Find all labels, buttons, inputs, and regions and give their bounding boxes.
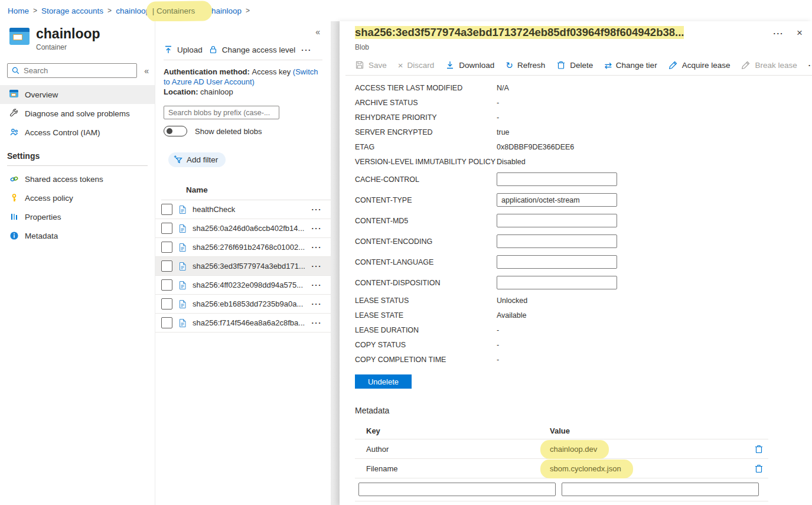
download-button[interactable]: Download (445, 60, 494, 70)
content-md5-input[interactable] (497, 214, 617, 227)
delete-button[interactable]: Delete (556, 60, 593, 70)
toolbar-more-button[interactable]: ··· (301, 45, 312, 54)
property-value: N/A (497, 84, 509, 92)
name-column-header[interactable]: Name (186, 185, 331, 194)
blob-detail-blade: sha256:3ed3f577974a3ebd1713724eb85df0396… (340, 21, 812, 505)
content-disposition-input[interactable] (497, 276, 617, 289)
content-type-input[interactable] (497, 193, 617, 207)
delete-metadata-icon[interactable] (755, 444, 763, 454)
change-access-level-button[interactable]: Change access level (208, 45, 296, 54)
sidebar-item-label: Overview (25, 90, 58, 99)
upload-label: Upload (177, 45, 203, 54)
new-metadata-value-input[interactable] (562, 483, 759, 496)
row-checkbox[interactable] (161, 298, 172, 309)
property-field-row: CACHE-CONTROL (355, 169, 812, 190)
blob-name[interactable]: sha256:eb16853dd7235b9a0a... (193, 299, 306, 308)
row-more-button[interactable]: ··· (312, 262, 331, 271)
pane-collapse-icon[interactable]: « (315, 27, 320, 37)
discard-label: Discard (407, 61, 435, 70)
add-filter-button[interactable]: Add filter (168, 152, 226, 167)
blob-row-selected[interactable]: sha256:3ed3f577974a3ebd171... ··· (155, 257, 331, 276)
sidebar-item-shared-access-tokens[interactable]: Shared access tokens (0, 170, 155, 188)
property-label: VERSION-LEVEL IMMUTABILITY POLICY (355, 158, 497, 166)
property-row: ARCHIVE STATUS - (355, 95, 812, 110)
break-lease-button[interactable]: Break lease (741, 60, 797, 70)
blade-toolbar-more-button[interactable]: ··· (808, 61, 812, 70)
sidebar-item-access-policy[interactable]: Access policy (0, 188, 155, 207)
row-checkbox[interactable] (161, 204, 172, 215)
save-button[interactable]: Save (355, 60, 387, 70)
metadata-row: Author chainloop.dev (355, 439, 768, 458)
breadcrumb-account-containers[interactable]: chainloop | Containers (116, 6, 195, 15)
change-tier-button[interactable]: ⇄ Change tier (604, 61, 657, 70)
row-more-button[interactable]: ··· (312, 318, 331, 327)
row-checkbox[interactable] (161, 223, 172, 234)
metadata-value-highlighted: sbom.cyclonedx.json (550, 464, 621, 473)
breadcrumb-separator: > (107, 6, 112, 15)
location-value: chainloop (200, 87, 233, 96)
blob-name[interactable]: sha256:f714f546ea8a6a2c8fba... (193, 318, 306, 327)
blob-row[interactable]: healthCheck ··· (155, 200, 331, 219)
discard-button[interactable]: × Discard (398, 61, 435, 70)
file-icon (178, 205, 187, 214)
row-more-button[interactable]: ··· (312, 299, 331, 308)
sidebar-divider (7, 165, 148, 166)
upload-button[interactable]: Upload (164, 45, 203, 54)
blob-name[interactable]: sha256:276f691b24768c01002... (193, 243, 306, 252)
property-label: CONTENT-DISPOSITION (355, 279, 497, 287)
container-sidebar: chainloop Container « Overview Diagnose … (0, 21, 155, 505)
content-encoding-input[interactable] (497, 234, 617, 248)
sidebar-item-label: Access Control (IAM) (25, 128, 100, 137)
row-more-button[interactable]: ··· (312, 243, 331, 252)
sidebar-search (7, 63, 137, 78)
change-tier-label: Change tier (616, 61, 657, 70)
row-checkbox[interactable] (161, 279, 172, 291)
delete-metadata-icon[interactable] (755, 464, 763, 473)
new-metadata-key-input[interactable] (358, 483, 556, 496)
acquire-lease-button[interactable]: Acquire lease (668, 60, 731, 70)
sidebar-item-access-control[interactable]: Access Control (IAM) (0, 123, 155, 142)
delete-icon (556, 60, 566, 70)
property-field-row: CONTENT-DISPOSITION (355, 272, 812, 293)
close-icon[interactable]: × (797, 28, 803, 38)
sidebar-search-input[interactable] (7, 63, 137, 78)
property-value: - (497, 356, 499, 364)
breadcrumb-storage-accounts[interactable]: Storage accounts (41, 6, 103, 15)
undelete-button[interactable]: Undelete (355, 374, 412, 389)
blob-list-pane: « Upload Change access level ··· Authent… (155, 21, 331, 505)
blade-header: sha256:3ed3f577974a3ebd1713724eb85df0396… (340, 21, 812, 39)
refresh-button[interactable]: ↻ Refresh (506, 61, 545, 70)
blob-row[interactable]: sha256:0a246d0a6ccb402fb14... ··· (155, 219, 331, 238)
blob-list-toolbar: Upload Change access level ··· (155, 37, 331, 60)
breadcrumb-containers-highlighted: | Containers (152, 6, 195, 15)
sidebar-item-diagnose[interactable]: Diagnose and solve problems (0, 104, 155, 123)
blob-name[interactable]: sha256:0a246d0a6ccb402fb14... (193, 224, 306, 233)
blob-prefix-search-input[interactable] (164, 106, 279, 119)
row-more-button[interactable]: ··· (312, 281, 331, 289)
blob-row[interactable]: sha256:4ff0232e098dd94a575... ··· (155, 276, 331, 295)
sidebar-collapse-icon[interactable]: « (144, 66, 149, 76)
blob-row[interactable]: sha256:f714f546ea8a6a2c8fba... ··· (155, 314, 331, 333)
sidebar-nav: Overview Diagnose and solve problems Acc… (0, 85, 155, 245)
blade-more-button[interactable]: ··· (774, 29, 784, 38)
row-checkbox[interactable] (161, 242, 172, 253)
breadcrumb-home[interactable]: Home (8, 6, 29, 15)
sidebar-item-properties[interactable]: Properties (0, 207, 155, 226)
cache-control-input[interactable] (497, 172, 617, 186)
blob-row[interactable]: sha256:eb16853dd7235b9a0a... ··· (155, 295, 331, 314)
acquire-lease-pen-icon (668, 60, 678, 70)
blob-name[interactable]: sha256:4ff0232e098dd94a575... (193, 281, 306, 289)
property-label: CONTENT-ENCODING (355, 237, 497, 246)
blob-name[interactable]: sha256:3ed3f577974a3ebd171... (193, 262, 306, 271)
blob-row[interactable]: sha256:276f691b24768c01002... ··· (155, 238, 331, 257)
breadcrumb-container[interactable]: chainloop (207, 6, 242, 15)
row-checkbox[interactable] (161, 260, 172, 272)
row-more-button[interactable]: ··· (312, 224, 331, 233)
show-deleted-toggle[interactable] (164, 126, 187, 136)
sidebar-item-metadata[interactable]: Metadata (0, 226, 155, 245)
content-language-input[interactable] (497, 255, 617, 269)
row-checkbox[interactable] (161, 317, 172, 328)
blob-name[interactable]: healthCheck (193, 205, 306, 214)
sidebar-item-overview[interactable]: Overview (0, 85, 155, 104)
row-more-button[interactable]: ··· (312, 205, 331, 214)
